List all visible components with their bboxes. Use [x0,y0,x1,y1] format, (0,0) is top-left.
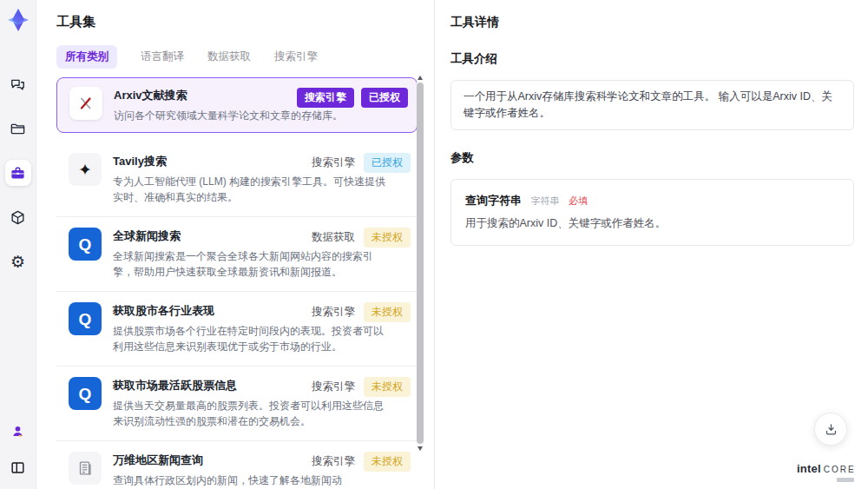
panel-toggle-icon[interactable] [5,454,31,480]
toolset-panel: 工具集 所有类别 语言翻译 数据获取 搜索引擎 Arxiv文献搜索 访问各个研究… [36,0,434,489]
auth-status-badge: 已授权 [364,153,411,173]
list-scrollbar[interactable] [417,75,424,452]
tool-card-global-news[interactable]: Q 全球新闻搜索 全球新闻搜索是一个聚合全球各大新闻网站内容的搜索引擎，帮助用户… [56,217,418,292]
intro-heading: 工具介绍 [450,51,854,67]
rail-nav: ⚙ [5,71,31,274]
scrollbar-thumb[interactable] [417,83,424,444]
core-wordmark: CORE [824,465,856,474]
chat-icon[interactable] [5,71,31,97]
category-tabs: 所有类别 语言翻译 数据获取 搜索引擎 [56,45,434,69]
scrollbar-down-arrow-icon[interactable] [418,446,423,451]
auth-status-badge: 已授权 [361,88,408,108]
auth-status-badge: 未授权 [364,302,411,322]
q-news-logo-icon: Q [69,228,102,261]
category-label: 搜索引擎 [312,155,355,170]
q-news-logo-icon: Q [69,377,102,410]
tab-data-acquisition[interactable]: 数据获取 [207,45,251,69]
download-icon [824,422,838,437]
param-description: 用于搜索的Arxiv ID、关键字或作者姓名。 [465,216,839,231]
tool-description: 全球新闻搜索是一个聚合全球各大新闻网站内容的搜索引擎，帮助用户快速获取全球最新资… [113,248,392,280]
category-label: 搜索引擎 [312,454,355,469]
param-card: 查询字符串 字符串 必填 用于搜索的Arxiv ID、关键字或作者姓名。 [450,179,854,246]
tab-language-translation[interactable]: 语言翻译 [141,45,184,69]
intro-card: 一个用于从Arxiv存储库搜索科学论文和文章的工具。 输入可以是Arxiv ID… [450,80,854,130]
toolset-title: 工具集 [56,14,434,30]
auth-status-badge: 未授权 [364,228,411,248]
intel-badge-bar [837,478,854,482]
cube-icon[interactable] [5,204,31,230]
tool-description: 专为人工智能代理 (LLM) 构建的搜索引擎工具。可快速提供实时、准确和真实的结… [113,174,392,205]
params-heading: 参数 [450,150,854,166]
tool-card-arxiv[interactable]: Arxiv文献搜索 访问各个研究领域大量科学论文和文章的存储库。 搜索引擎 已授… [56,77,418,133]
intel-core-logo: intelCORE [797,461,854,482]
tool-card-tavily[interactable]: ✦ Tavily搜索 专为人工智能代理 (LLM) 构建的搜索引擎工具。可快速提… [56,142,418,217]
category-label: 搜索引擎 [312,305,355,320]
arxiv-logo-icon [69,87,102,120]
tool-list: Arxiv文献搜索 访问各个研究领域大量科学论文和文章的存储库。 搜索引擎 已授… [56,77,418,489]
category-label: 搜索引擎 [312,380,355,394]
tool-description: 查询具体行政区划内的新闻，快速了解各地新闻动 [113,472,392,488]
detail-title: 工具详情 [450,15,854,30]
category-label: 数据获取 [312,230,355,245]
category-badge: 搜索引擎 [297,88,354,108]
newspaper-icon [69,452,102,485]
user-avatar-icon[interactable] [5,418,31,444]
tab-all-categories[interactable]: 所有类别 [56,45,117,69]
tool-card-sector-performance[interactable]: Q 获取股市各行业表现 提供股票市场各个行业在特定时间段内的表现。投资者可以利用… [56,292,418,367]
app-logo [5,7,31,33]
param-type: 字符串 [530,195,559,206]
app-window: ⚙ 工具集 所有类别 语言翻译 数据获取 [0,0,868,489]
intel-wordmark: intel [797,462,821,475]
auth-status-badge: 未授权 [364,452,411,472]
tool-description: 提供股票市场各个行业在特定时间段内的表现。投资者可以利用这些信息来识别表现优于或… [113,323,392,354]
auth-status-badge: 未授权 [364,377,411,397]
tavily-star-icon: ✦ [69,153,102,186]
folder-icon[interactable] [5,116,31,142]
left-rail: ⚙ [0,0,36,489]
tab-search-engine[interactable]: 搜索引擎 [274,45,318,69]
toolbox-icon[interactable] [5,160,31,186]
tool-detail-panel: 工具详情 工具介绍 一个用于从Arxiv存储库搜索科学论文和文章的工具。 输入可… [434,0,868,489]
q-news-logo-icon: Q [69,302,102,335]
scrollbar-up-arrow-icon[interactable] [418,76,423,80]
rail-bottom [5,418,31,480]
tool-description: 提供当天交易量最高的股票列表。投资者可以利用这些信息来识别流动性强的股票和潜在的… [113,398,392,429]
tool-card-regional-news[interactable]: 万维地区新闻查询 查询具体行政区划内的新闻，快速了解各地新闻动 搜索引擎 未授权 [56,441,418,489]
tool-description: 访问各个研究领域大量科学论文和文章的存储库。 [114,108,393,123]
download-button[interactable] [814,413,847,446]
settings-gear-icon[interactable]: ⚙ [5,248,31,274]
param-required-flag: 必填 [569,195,588,206]
tool-card-active-stocks[interactable]: Q 获取市场最活跃股票信息 提供当天交易量最高的股票列表。投资者可以利用这些信息… [56,367,418,441]
param-name: 查询字符串 [465,194,522,207]
